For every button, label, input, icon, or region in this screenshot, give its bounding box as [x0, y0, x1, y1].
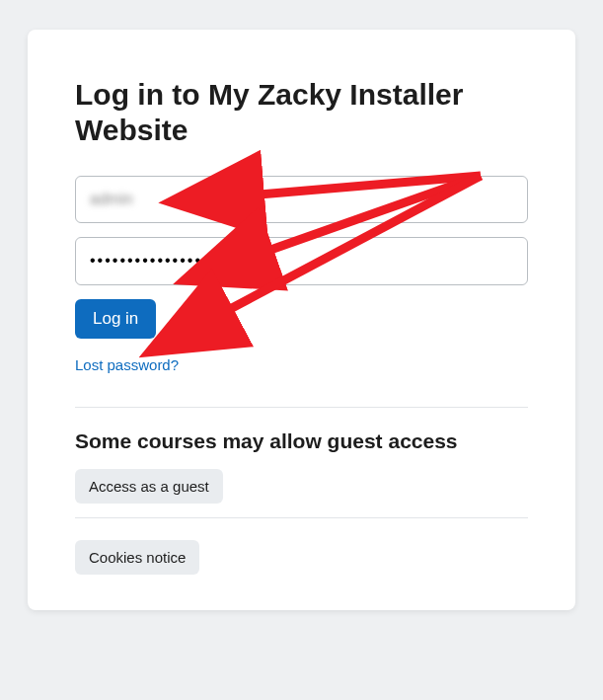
guest-section: Some courses may allow guest access Acce… — [75, 429, 528, 504]
login-form: admin •••••••••••••••••• Log in Lost pas… — [75, 176, 528, 393]
lost-password-link[interactable]: Lost password? — [75, 356, 179, 373]
login-card: Log in to My Zacky Installer Website adm… — [28, 30, 575, 610]
divider — [75, 407, 528, 408]
cookies-notice-button[interactable]: Cookies notice — [75, 540, 199, 575]
password-field[interactable]: •••••••••••••••••• — [75, 237, 528, 284]
guest-heading: Some courses may allow guest access — [75, 429, 528, 453]
page-title: Log in to My Zacky Installer Website — [75, 77, 528, 148]
password-value: •••••••••••••••••• — [90, 252, 225, 269]
cookies-section: Cookies notice — [75, 540, 528, 575]
username-value: admin — [90, 191, 133, 207]
divider — [75, 517, 528, 518]
guest-access-button[interactable]: Access as a guest — [75, 469, 223, 504]
login-button[interactable]: Log in — [75, 299, 156, 339]
username-field[interactable]: admin — [75, 176, 528, 223]
